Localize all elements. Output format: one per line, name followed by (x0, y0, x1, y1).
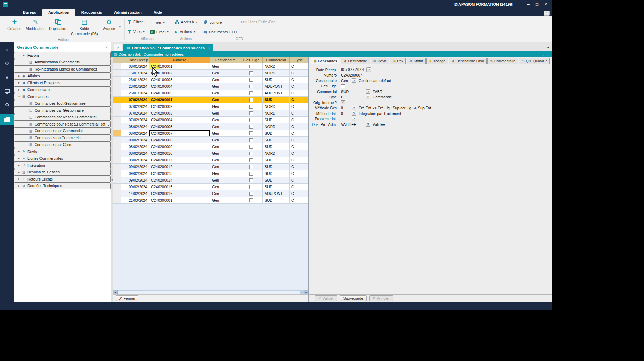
cell-gestionnaire[interactable]: Gen (210, 70, 240, 77)
cell-gestionnaire[interactable]: Gen (210, 83, 240, 90)
tree-item[interactable]: ▤ Commandes pour Réseau Commercial Ratta… (14, 121, 111, 128)
menu-tab[interactable]: Administration (108, 9, 148, 16)
row-selector-cell[interactable] (113, 164, 121, 170)
scrollbar-thumb[interactable] (118, 291, 300, 294)
table-row[interactable]: 09/02/2024 C240200014 Gen SUD C (113, 177, 308, 184)
row-selector-cell[interactable] (113, 103, 121, 110)
row-selector-cell[interactable] (113, 177, 121, 184)
cell-type[interactable]: C (290, 70, 308, 77)
table-row[interactable]: 25/01/2024 C240100005 Gen ADUPONT C (113, 90, 308, 97)
table-row[interactable]: 08/02/2024 C240200010 Gen NORD C (113, 150, 308, 157)
row-checkbox[interactable] (249, 105, 253, 109)
row-checkbox[interactable] (249, 111, 253, 115)
cell-ges-fige[interactable] (240, 77, 263, 83)
cell-type[interactable]: C (290, 103, 308, 110)
detail-tab[interactable]: ▤ Généralités (311, 58, 340, 64)
row-selector-cell[interactable] (113, 197, 121, 204)
trier-button[interactable]: ↕ Trier ▾ (150, 20, 165, 25)
detail-tab[interactable]: ◉ Prix (390, 58, 406, 64)
cell-commercial[interactable]: SUD (263, 77, 290, 83)
filtrer-button[interactable]: Filtrer ▾ (128, 20, 146, 24)
cell-commercial[interactable]: NORD (263, 70, 290, 77)
field-checkbox[interactable]: ✓ (341, 100, 345, 104)
expand-arrow-icon[interactable]: ▸ (17, 171, 21, 174)
cell-ges-fige[interactable] (240, 177, 263, 184)
cell-numero[interactable]: C240200012 (149, 164, 210, 170)
cell-type[interactable]: C (290, 63, 308, 70)
field-value[interactable]: C240200007 (341, 73, 362, 77)
tree-item[interactable]: ▸ ☻ Commerciaux (14, 86, 111, 93)
help-button[interactable]: ? (366, 89, 370, 94)
cell-date[interactable]: 15/01/2024 (121, 70, 149, 77)
cell-type[interactable]: C (290, 143, 308, 150)
help-button[interactable]: ? (352, 78, 356, 83)
cell-gestionnaire[interactable]: Gen (210, 130, 240, 137)
table-row[interactable]: 09/02/2024 C240200015 Gen SUD C (113, 184, 308, 190)
row-selector-cell[interactable] (113, 130, 121, 137)
download-icon[interactable]: ↓ (548, 53, 550, 56)
panel-splitter[interactable]: ◄ (111, 57, 113, 302)
cell-commercial[interactable]: SUD (263, 137, 290, 143)
scroll-right-icon[interactable]: ► (304, 290, 308, 294)
tree-item[interactable]: ▤ Commandes par Gestionnaire (14, 107, 111, 114)
detail-tab[interactable]: ▤ Devis (371, 58, 390, 64)
help-button[interactable]: ? (366, 95, 370, 99)
cell-numero[interactable]: C240100005 (149, 90, 210, 97)
row-checkbox[interactable] (249, 185, 253, 189)
field-value[interactable]: 08/02/2024 (341, 68, 366, 72)
cell-gestionnaire[interactable]: Gen (210, 197, 240, 204)
table-row[interactable]: 14/02/2024 C240200016 Gen ADUPONT C (113, 190, 308, 197)
cell-date[interactable]: 09/02/2024 (121, 170, 149, 177)
expand-arrow-icon[interactable]: ▸ (17, 74, 21, 78)
column-header-gestionnaire[interactable]: Gestionnaire (210, 57, 240, 63)
cell-date[interactable]: 09/02/2024 (121, 177, 149, 184)
expand-arrow-icon[interactable]: ▸ (17, 81, 21, 84)
expand-arrow-icon[interactable]: ▸ (17, 184, 21, 188)
cell-gestionnaire[interactable]: Gen (210, 157, 240, 164)
tree-item[interactable]: ▸ ≡ Lignes Commerciales (14, 155, 111, 162)
detail-tab[interactable]: ◷ Qui, Quand ? (519, 58, 550, 64)
row-checkbox[interactable] (249, 78, 253, 82)
select-all-header[interactable] (113, 57, 121, 63)
field-value[interactable]: VALIDEE (341, 122, 366, 127)
cell-commercial[interactable]: SUD (263, 130, 290, 137)
tree-item[interactable]: ▸ ▦ Besoins de Gestion (14, 169, 111, 176)
cell-commercial[interactable]: SUD (263, 117, 290, 123)
row-selector-cell[interactable] (113, 77, 121, 83)
cell-ges-fige[interactable] (240, 83, 263, 90)
menu-tab[interactable]: Bureau (17, 9, 42, 16)
cell-date[interactable]: 23/01/2024 (121, 83, 149, 90)
maximize-button[interactable]: □ (533, 0, 541, 8)
table-row[interactable]: 09/02/2024 C240200013 Gen SUD C (113, 170, 308, 177)
tree-item[interactable]: ▾ ★ Favoris (14, 52, 111, 59)
cell-numero[interactable]: C240200003 (149, 110, 210, 117)
cell-gestionnaire[interactable]: Gen (210, 137, 240, 143)
table-row[interactable]: 08/02/2024 C240200009 Gen SUD C (113, 143, 308, 150)
expand-arrow-icon[interactable]: ▸ (17, 157, 21, 160)
cell-type[interactable]: C (290, 90, 308, 97)
tree-item[interactable]: ▤ Commandes par Commercial (14, 128, 111, 135)
field-value[interactable]: C (341, 95, 366, 99)
tree-item[interactable]: ▸ ☻ Clients et Prospects (14, 79, 111, 86)
cell-date[interactable]: 07/02/2024 (121, 97, 149, 103)
help-button[interactable]: ? (352, 106, 356, 110)
excel-button[interactable]: X Excel ▾ (150, 30, 169, 34)
liens-entite-doc-button[interactable]: Liens Entité-Doc (241, 20, 275, 24)
tree-item[interactable]: ▦ Ré-Intégration Lignes de Commandes (14, 66, 111, 73)
detail-tab[interactable]: ◍ Statut (407, 58, 426, 64)
cell-ges-fige[interactable] (240, 110, 263, 117)
vues-button[interactable]: Vues ▾ (128, 30, 145, 34)
field-value[interactable]: 0 (341, 111, 352, 116)
cell-numero[interactable]: C240200016 (149, 190, 210, 197)
cell-date[interactable]: 08/02/2024 (121, 130, 149, 137)
column-header-commercial[interactable]: Commercial (263, 57, 290, 63)
cell-type[interactable]: C (290, 164, 308, 170)
cell-numero[interactable]: C240200015 (149, 184, 210, 190)
cell-commercial[interactable]: SUD (263, 157, 290, 164)
cell-date[interactable]: 14/02/2024 (121, 190, 149, 197)
detail-tab[interactable]: ✎ Commentaire (487, 58, 518, 64)
cell-date[interactable]: 09/02/2024 (121, 184, 149, 190)
home-tab-button[interactable]: ⌂ (114, 44, 122, 51)
row-checkbox[interactable] (249, 178, 253, 182)
field-checkbox[interactable]: ✓ (341, 84, 345, 88)
